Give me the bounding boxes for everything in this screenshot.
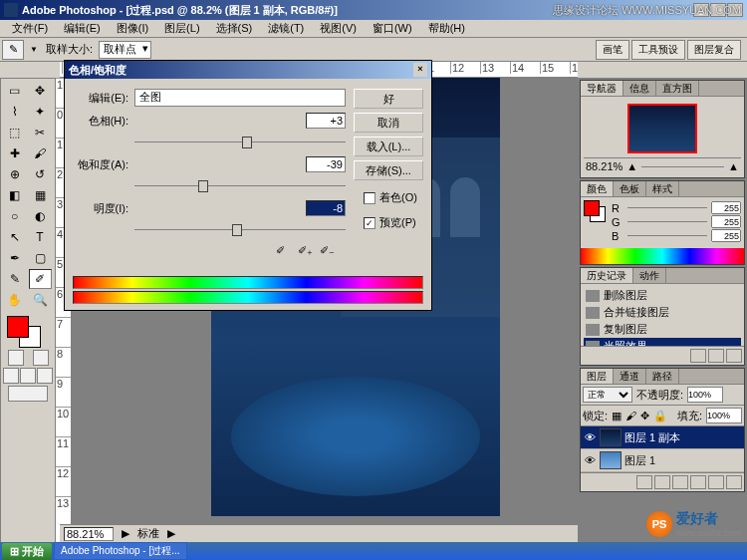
eyedropper-tool-icon[interactable]: ✎ xyxy=(2,40,24,60)
layer-item[interactable]: 👁 图层 1 xyxy=(581,449,744,472)
eyedropper-sub-icon[interactable]: ✐₋ xyxy=(320,244,338,260)
zoom-in-icon[interactable]: ▲ xyxy=(728,160,739,172)
notes-tool[interactable]: ✎ xyxy=(3,269,26,289)
stamp-tool[interactable]: ⊕ xyxy=(3,164,26,184)
menu-select[interactable]: 选择(S) xyxy=(208,19,261,38)
navigator-thumbnail[interactable] xyxy=(627,104,697,153)
marquee-tool[interactable]: ▭ xyxy=(3,81,26,101)
shape-tool[interactable]: ▢ xyxy=(29,248,52,268)
heal-tool[interactable]: ✚ xyxy=(3,143,26,163)
tab-styles[interactable]: 样式 xyxy=(646,181,679,196)
path-tool[interactable]: ↖ xyxy=(3,227,26,247)
hue-input[interactable] xyxy=(306,113,346,129)
tab-channels[interactable]: 通道 xyxy=(614,369,646,384)
status-zoom[interactable]: 88.21% xyxy=(64,527,114,541)
move-tool[interactable]: ✥ xyxy=(29,81,52,101)
tab-swatches[interactable]: 色板 xyxy=(614,181,646,196)
save-button[interactable]: 存储(S)... xyxy=(354,160,423,180)
dodge-tool[interactable]: ◐ xyxy=(29,206,52,226)
fill-input[interactable] xyxy=(706,408,742,423)
gradient-tool[interactable]: ▦ xyxy=(29,185,52,205)
hue-slider[interactable] xyxy=(134,135,346,150)
dock-tab-brushes[interactable]: 画笔 xyxy=(596,40,629,60)
menu-file[interactable]: 文件(F) xyxy=(4,19,56,38)
tab-history[interactable]: 历史记录 xyxy=(581,268,633,283)
wand-tool[interactable]: ✦ xyxy=(29,102,52,122)
screen-mode-3[interactable] xyxy=(37,368,53,384)
tool-preset-dropdown[interactable]: ▼ xyxy=(30,45,38,54)
dock-tab-comps[interactable]: 图层复合 xyxy=(687,40,741,60)
layer-visibility-icon[interactable]: 👁 xyxy=(583,453,597,467)
ok-button[interactable]: 好 xyxy=(354,89,423,109)
lightness-slider[interactable] xyxy=(134,222,346,238)
color-swatches[interactable] xyxy=(3,314,53,348)
history-snapshot-button[interactable] xyxy=(690,349,706,363)
edit-select[interactable]: 全图 xyxy=(134,89,346,107)
foreground-color[interactable] xyxy=(7,316,29,338)
tab-color[interactable]: 颜色 xyxy=(581,181,614,196)
preview-checkbox[interactable]: ✓ xyxy=(364,217,375,229)
eyedropper-add-icon[interactable]: ✐₊ xyxy=(298,244,316,260)
history-item[interactable]: 光照效果 xyxy=(584,338,741,346)
blend-mode-select[interactable]: 正常 xyxy=(583,387,632,403)
colorize-checkbox[interactable] xyxy=(364,192,375,204)
layer-thumbnail[interactable] xyxy=(600,428,622,446)
sample-size-select[interactable]: 取样点 ▾ xyxy=(99,41,151,59)
layer-mask-button[interactable] xyxy=(654,475,670,489)
menu-layer[interactable]: 图层(L) xyxy=(156,19,207,38)
tab-layers[interactable]: 图层 xyxy=(581,369,614,384)
tab-navigator[interactable]: 导航器 xyxy=(581,81,623,96)
history-item[interactable]: 复制图层 xyxy=(584,321,741,338)
brush-tool[interactable]: 🖌 xyxy=(29,143,52,163)
color-spectrum[interactable] xyxy=(581,248,744,264)
history-brush-tool[interactable]: ↺ xyxy=(29,164,52,184)
start-button[interactable]: ⊞开始 xyxy=(2,543,52,560)
menu-help[interactable]: 帮助(H) xyxy=(420,19,473,38)
cancel-button[interactable]: 取消 xyxy=(354,113,423,133)
pen-tool[interactable]: ✒ xyxy=(3,248,26,268)
channel-g-input[interactable] xyxy=(711,215,741,228)
history-new-button[interactable] xyxy=(708,349,724,363)
channel-b-slider[interactable] xyxy=(627,231,707,241)
zoom-tool[interactable]: 🔍 xyxy=(29,290,52,310)
history-item[interactable]: 删除图层 xyxy=(584,287,741,304)
lock-paint-icon[interactable]: 🖌 xyxy=(625,410,636,421)
menu-image[interactable]: 图像(I) xyxy=(109,19,156,38)
imageready-button[interactable] xyxy=(8,386,48,402)
type-tool[interactable]: T xyxy=(29,227,52,247)
lasso-tool[interactable]: ⌇ xyxy=(3,102,26,122)
menu-window[interactable]: 窗口(W) xyxy=(365,19,420,38)
tab-histogram[interactable]: 直方图 xyxy=(656,81,699,96)
screen-mode-2[interactable] xyxy=(20,368,36,384)
screen-mode-1[interactable] xyxy=(3,368,19,384)
channel-b-input[interactable] xyxy=(711,229,741,242)
lock-transparency-icon[interactable]: ▦ xyxy=(612,410,622,422)
tab-info[interactable]: 信息 xyxy=(623,81,656,96)
menu-filter[interactable]: 滤镜(T) xyxy=(260,19,312,38)
menu-edit[interactable]: 编辑(E) xyxy=(56,19,109,38)
opacity-input[interactable] xyxy=(687,387,723,403)
menu-view[interactable]: 视图(V) xyxy=(312,19,365,38)
dock-tab-presets[interactable]: 工具预设 xyxy=(631,40,685,60)
slice-tool[interactable]: ✂ xyxy=(29,123,52,142)
standard-mode[interactable] xyxy=(8,350,24,366)
layer-style-button[interactable] xyxy=(636,475,652,489)
blur-tool[interactable]: ○ xyxy=(3,206,26,226)
layer-delete-button[interactable] xyxy=(726,475,742,489)
hand-tool[interactable]: ✋ xyxy=(3,290,26,310)
eyedropper-icon[interactable]: ✐ xyxy=(276,244,294,260)
load-button[interactable]: 载入(L)... xyxy=(354,137,423,156)
eyedropper-tool[interactable]: ✐ xyxy=(29,269,52,289)
layer-item[interactable]: 👁 图层 1 副本 xyxy=(581,426,744,449)
layer-visibility-icon[interactable]: 👁 xyxy=(583,430,597,444)
layer-new-button[interactable] xyxy=(708,475,724,489)
tab-paths[interactable]: 路径 xyxy=(646,369,679,384)
lightness-input[interactable] xyxy=(306,200,346,216)
taskbar-app-button[interactable]: Adobe Photoshop - [过程... xyxy=(54,542,187,560)
panel-color-swatch[interactable] xyxy=(584,200,608,224)
channel-g-slider[interactable] xyxy=(627,217,707,227)
layer-set-button[interactable] xyxy=(672,475,688,489)
channel-r-input[interactable] xyxy=(711,201,741,214)
eraser-tool[interactable]: ◧ xyxy=(3,185,26,205)
layer-adjust-button[interactable] xyxy=(690,475,706,489)
